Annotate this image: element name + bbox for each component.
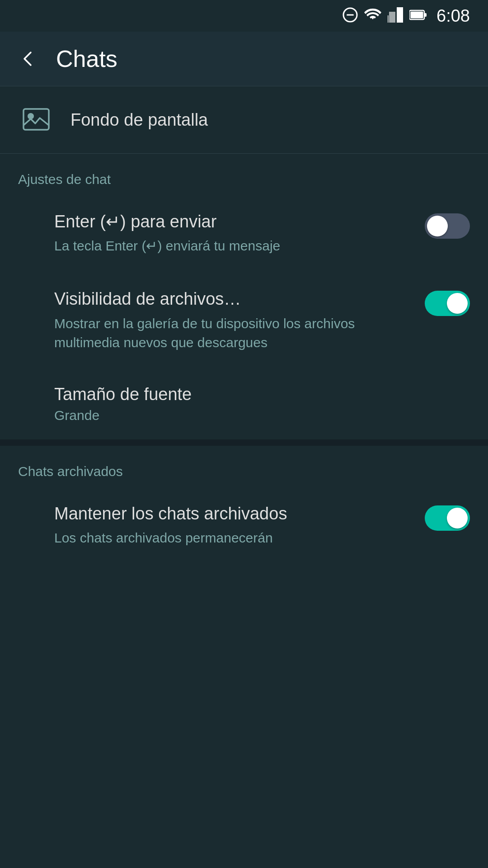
wifi-icon	[364, 8, 381, 24]
font-size-title: Tamaño de fuente	[54, 385, 470, 404]
enter-to-send-toggle[interactable]	[425, 213, 470, 239]
archived-chats-label: Chats archivados	[18, 464, 123, 479]
font-size-item[interactable]: Tamaño de fuente Grande	[0, 368, 488, 439]
media-visibility-item[interactable]: Visibilidad de archivos… Mostrar en la g…	[0, 272, 488, 368]
enter-to-send-title: Enter (↵) para enviar	[54, 211, 407, 233]
status-bar: 6:08	[0, 0, 488, 32]
svg-marker-3	[389, 12, 395, 23]
media-visibility-subtitle: Mostrar en la galería de tu dispositivo …	[54, 314, 407, 352]
media-visibility-toggle[interactable]	[425, 291, 470, 316]
chat-settings-section-header: Ajustes de chat	[0, 154, 488, 194]
keep-archived-subtitle: Los chats archivados permanecerán	[54, 528, 407, 547]
font-size-subtitle: Grande	[54, 408, 470, 423]
do-not-disturb-icon	[343, 7, 358, 24]
back-button[interactable]	[18, 49, 38, 69]
svg-rect-6	[424, 13, 427, 17]
svg-marker-2	[397, 7, 403, 23]
keep-archived-toggle[interactable]	[425, 505, 470, 531]
media-visibility-title: Visibilidad de archivos…	[54, 288, 407, 310]
archived-chats-section-header: Chats archivados	[0, 446, 488, 486]
signal-icon	[388, 7, 403, 24]
battery-icon	[409, 9, 427, 22]
enter-to-send-subtitle: La tecla Enter (↵) enviará tu mensaje	[54, 236, 407, 255]
keep-archived-title: Mantener los chats archivados	[54, 503, 407, 525]
svg-rect-7	[411, 12, 423, 19]
status-icons: 6:08	[343, 6, 470, 26]
font-size-content: Tamaño de fuente Grande	[54, 385, 470, 423]
enter-to-send-toggle-wrapper	[425, 211, 470, 239]
wallpaper-item[interactable]: Fondo de pantalla	[0, 86, 488, 153]
header: Chats	[0, 32, 488, 86]
wallpaper-icon	[18, 102, 54, 138]
keep-archived-toggle-thumb	[447, 508, 468, 528]
media-visibility-content: Visibilidad de archivos… Mostrar en la g…	[54, 288, 407, 352]
enter-to-send-item[interactable]: Enter (↵) para enviar La tecla Enter (↵)…	[0, 194, 488, 272]
wallpaper-text: Fondo de pantalla	[70, 110, 470, 130]
media-visibility-toggle-wrapper	[425, 288, 470, 316]
svg-rect-8	[23, 109, 49, 130]
enter-to-send-toggle-thumb	[427, 216, 448, 236]
enter-to-send-content: Enter (↵) para enviar La tecla Enter (↵)…	[54, 211, 407, 255]
svg-rect-1	[347, 14, 354, 16]
status-time: 6:08	[436, 6, 470, 26]
section-separator	[0, 439, 488, 446]
chat-settings-label: Ajustes de chat	[18, 172, 111, 187]
keep-archived-toggle-wrapper	[425, 503, 470, 531]
media-visibility-toggle-thumb	[447, 293, 468, 314]
keep-archived-content: Mantener los chats archivados Los chats …	[54, 503, 407, 547]
keep-archived-item[interactable]: Mantener los chats archivados Los chats …	[0, 486, 488, 559]
wallpaper-label: Fondo de pantalla	[70, 110, 208, 129]
page-title: Chats	[56, 45, 117, 72]
